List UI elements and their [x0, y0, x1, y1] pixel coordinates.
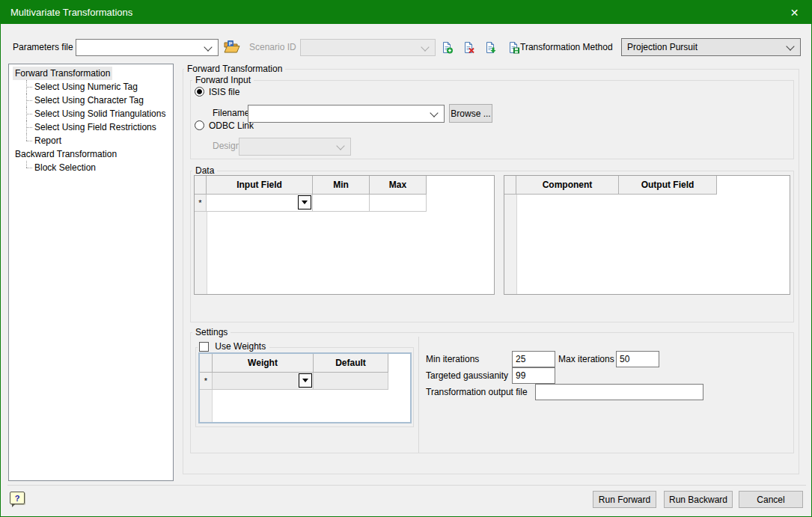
- run-forward-button[interactable]: Run Forward: [593, 491, 656, 508]
- filename-label: Filename: [213, 108, 249, 119]
- open-folder-button[interactable]: P: [222, 38, 241, 55]
- design-combo: [239, 138, 351, 156]
- transformation-method-value: Projection Pursuit: [627, 39, 784, 55]
- column-header-weight: Weight: [213, 354, 314, 373]
- input-field-cell[interactable]: [207, 195, 313, 212]
- dropdown-arrow-icon: [302, 379, 308, 382]
- max-cell[interactable]: [370, 195, 427, 212]
- parameters-file-combo[interactable]: [76, 39, 219, 56]
- parameters-file-label: Parameters file: [13, 42, 73, 53]
- corner-header-cell: [504, 176, 516, 195]
- settings-divider: [418, 337, 419, 453]
- browse-button[interactable]: Browse ...: [449, 104, 492, 123]
- chevron-down-icon: [430, 108, 438, 117]
- tree-item-select-solid-triangulations[interactable]: Select Using Solid Triangulations: [9, 107, 173, 120]
- isis-file-radio[interactable]: [195, 87, 204, 97]
- column-header-max: Max: [370, 176, 427, 195]
- use-weights-control[interactable]: Use Weights: [198, 340, 269, 352]
- output-fields-table[interactable]: Component Output Field: [504, 175, 790, 295]
- corner-header-cell: [200, 354, 213, 373]
- use-weights-checkbox[interactable]: [199, 342, 209, 352]
- column-header-input-field: Input Field: [207, 176, 313, 195]
- chevron-down-icon: [336, 141, 344, 150]
- run-backward-button[interactable]: Run Backward: [664, 491, 733, 508]
- scenario-id-value: [306, 40, 418, 55]
- min-cell[interactable]: [313, 195, 370, 212]
- help-icon: ?: [15, 494, 20, 503]
- close-button[interactable]: ✕: [778, 1, 811, 24]
- column-header-component: Component: [516, 176, 619, 195]
- cancel-button[interactable]: Cancel: [739, 491, 803, 508]
- filename-value: [254, 105, 427, 122]
- weight-cell[interactable]: [213, 373, 314, 390]
- max-iterations-input[interactable]: [616, 351, 659, 367]
- new-row-marker: *: [200, 373, 213, 390]
- tree-item-select-character-tag[interactable]: Select Using Character Tag: [9, 94, 173, 107]
- save-scenario-icon: [507, 41, 520, 54]
- use-weights-label: Use Weights: [211, 341, 266, 352]
- cell-dropdown-button[interactable]: [298, 195, 311, 209]
- tree-item-block-selection[interactable]: Block Selection: [9, 161, 173, 174]
- import-scenario-button[interactable]: [481, 39, 500, 56]
- scenario-id-combo: [300, 39, 436, 56]
- settings-group-title: Settings: [192, 327, 231, 338]
- odbc-link-label: ODBC Link: [209, 120, 254, 132]
- targeted-gaussianity-label: Targeted gaussianity: [426, 370, 508, 382]
- transformation-output-file-input[interactable]: [535, 384, 703, 400]
- transformation-method-combo[interactable]: Projection Pursuit: [621, 38, 801, 56]
- column-header-output-field: Output Field: [619, 176, 717, 195]
- tree-item-select-numeric-tag[interactable]: Select Using Numeric Tag: [9, 80, 173, 94]
- help-button[interactable]: ?: [10, 492, 25, 504]
- import-scenario-icon: [484, 41, 497, 54]
- min-iterations-input[interactable]: [512, 351, 555, 367]
- transformation-output-file-label: Transformation output file: [426, 387, 528, 398]
- transformation-method-label: Transformation Method: [520, 42, 613, 53]
- chevron-down-icon: [421, 43, 429, 51]
- input-fields-table[interactable]: Input Field Min Max *: [194, 175, 495, 295]
- svg-text:P: P: [229, 41, 233, 46]
- scenario-id-label: Scenario ID: [249, 42, 296, 53]
- isis-file-label: ISIS file: [209, 87, 239, 98]
- add-scenario-icon: [441, 41, 454, 54]
- dropdown-arrow-icon: [302, 201, 308, 204]
- max-iterations-label: Max iterations: [558, 354, 614, 365]
- footer-separator: [7, 485, 806, 486]
- default-cell[interactable]: [314, 373, 388, 390]
- cell-dropdown-button[interactable]: [299, 373, 312, 388]
- add-scenario-button[interactable]: [438, 39, 457, 56]
- navigation-tree: Forward Transformation Select Using Nume…: [8, 64, 174, 481]
- column-header-default: Default: [314, 354, 388, 373]
- chevron-down-icon: [204, 43, 212, 51]
- min-iterations-label: Min iterations: [426, 354, 479, 365]
- chevron-down-icon: [786, 42, 794, 50]
- forward-transformation-group-title: Forward Transformation: [184, 64, 285, 75]
- targeted-gaussianity-input[interactable]: [512, 367, 555, 384]
- tree-item-report[interactable]: Report: [9, 134, 173, 147]
- dialog-window: Multivariate Transformations ✕ Parameter…: [0, 0, 812, 517]
- forward-input-group-title: Forward Input: [192, 75, 254, 86]
- delete-scenario-button[interactable]: [460, 39, 478, 56]
- filename-combo[interactable]: [248, 105, 445, 123]
- new-row-marker: *: [195, 195, 207, 212]
- tree-item-forward-transformation[interactable]: Forward Transformation: [9, 67, 173, 80]
- design-value: [245, 138, 334, 155]
- close-icon: ✕: [790, 7, 799, 19]
- weights-table-frame: Weight Default *: [198, 352, 412, 423]
- window-title: Multivariate Transformations: [10, 1, 132, 24]
- design-label: Design: [213, 141, 240, 152]
- corner-header-cell: [195, 176, 207, 195]
- open-folder-icon: P: [223, 40, 240, 54]
- parameters-file-value: [82, 40, 201, 55]
- delete-scenario-icon: [463, 41, 475, 54]
- titlebar[interactable]: Multivariate Transformations ✕: [1, 1, 811, 24]
- tree-item-select-field-restrictions[interactable]: Select Using Field Restrictions: [9, 120, 173, 134]
- tree-item-backward-transformation[interactable]: Backward Transformation: [9, 147, 173, 161]
- odbc-link-radio[interactable]: [195, 120, 204, 130]
- column-header-min: Min: [313, 176, 370, 195]
- weights-table[interactable]: Weight Default *: [200, 354, 410, 422]
